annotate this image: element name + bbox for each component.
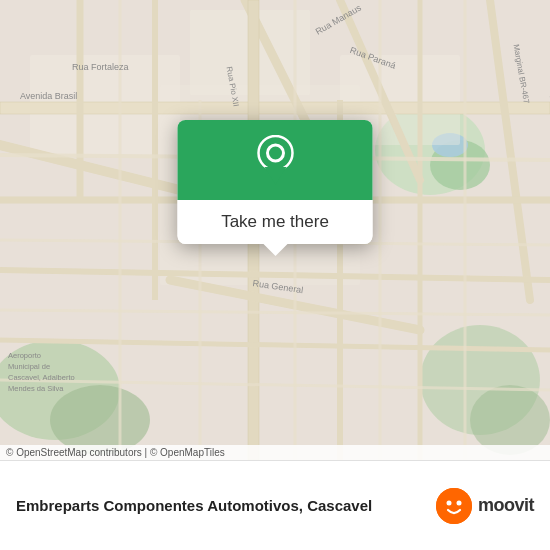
place-name: Embreparts Componentes Automotivos, Casc… bbox=[16, 497, 436, 514]
moovit-icon bbox=[436, 488, 472, 524]
svg-point-50 bbox=[436, 488, 472, 524]
svg-point-51 bbox=[446, 500, 451, 505]
svg-text:Avenida Brasil: Avenida Brasil bbox=[20, 91, 77, 101]
svg-point-47 bbox=[258, 136, 292, 170]
svg-text:Aeroporto: Aeroporto bbox=[8, 351, 41, 360]
attribution-text: © OpenStreetMap contributors | © OpenMap… bbox=[6, 447, 225, 458]
bottom-bar: Embreparts Componentes Automotivos, Casc… bbox=[0, 460, 550, 550]
svg-point-52 bbox=[456, 500, 461, 505]
moovit-brand-text: moovit bbox=[478, 495, 534, 516]
moovit-logo: moovit bbox=[436, 488, 534, 524]
map-container: Rua Manaus Rua Fortaleza Avenida Brasil … bbox=[0, 0, 550, 460]
moovit-face-svg bbox=[436, 488, 472, 524]
popup-card: Take me there bbox=[178, 120, 373, 244]
svg-text:Municipal de: Municipal de bbox=[8, 362, 50, 371]
popup-header bbox=[178, 120, 373, 200]
svg-text:Mendes da Silva: Mendes da Silva bbox=[8, 384, 64, 393]
location-pin-icon bbox=[256, 135, 294, 185]
svg-text:Rua Fortaleza: Rua Fortaleza bbox=[72, 62, 129, 72]
svg-marker-49 bbox=[264, 167, 286, 185]
place-info: Embreparts Componentes Automotivos, Casc… bbox=[16, 497, 436, 514]
svg-text:Cascavel, Adalberto: Cascavel, Adalberto bbox=[8, 373, 75, 382]
attribution-bar: © OpenStreetMap contributors | © OpenMap… bbox=[0, 445, 550, 460]
take-me-there-button[interactable]: Take me there bbox=[178, 200, 373, 244]
